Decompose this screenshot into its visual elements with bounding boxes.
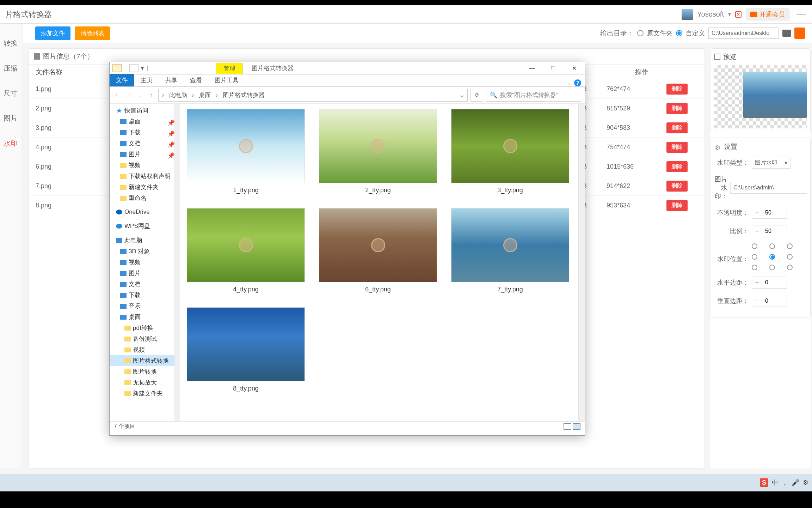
dropdown-icon[interactable]: ▾ (139, 64, 146, 72)
ime-settings-icon[interactable]: ⚙ (803, 479, 808, 486)
tree-rename[interactable]: 重命名 (110, 193, 174, 204)
delete-button[interactable]: 删除 (666, 200, 688, 211)
tree-backup[interactable]: 备份测试 (110, 333, 174, 344)
delete-button[interactable]: 删除 (666, 122, 688, 133)
collapse-ribbon-icon[interactable]: ⌵ (568, 80, 571, 86)
tree-downloads2[interactable]: 下载 (110, 290, 174, 301)
breadcrumb-item[interactable]: 图片格式转换器 (223, 91, 265, 99)
vmargin-input[interactable] (762, 295, 787, 307)
breadcrumb-item[interactable]: 此电脑 (169, 91, 187, 99)
forward-button[interactable]: → (124, 91, 133, 99)
delete-button[interactable]: 删除 (666, 103, 688, 114)
watermark-type-select[interactable]: 图片水印 ▾ (752, 157, 791, 169)
user-avatar[interactable] (682, 9, 693, 20)
file-item[interactable]: 3_tty.png (451, 109, 569, 194)
tree-imgconv[interactable]: 图片转换 (110, 366, 174, 377)
file-grid[interactable]: 1_tty.png 2_tty.png 3_tty.png 4_tty.png … (180, 104, 578, 421)
pos-mr[interactable] (787, 254, 793, 260)
pos-mc[interactable] (769, 254, 775, 260)
close-button[interactable]: ✕ (564, 62, 585, 75)
vip-button[interactable]: 开通会员 (746, 8, 789, 20)
folder-icon[interactable] (129, 64, 139, 72)
tree-rights[interactable]: 下载站权利声明 (110, 171, 174, 182)
tree-desktop2[interactable]: 桌面 (110, 312, 174, 322)
delete-button[interactable]: 删除 (666, 181, 688, 192)
chevron-down-icon[interactable]: ▾ (728, 11, 731, 18)
search-input[interactable]: 🔍 搜索"图片格式转换器" (486, 89, 581, 102)
watermark-img-input[interactable] (730, 182, 807, 194)
back-button[interactable]: ← (113, 91, 122, 99)
delete-button[interactable]: 删除 (666, 142, 688, 153)
tree-pictures2[interactable]: 图片 (110, 268, 174, 279)
pos-ml[interactable] (752, 254, 757, 260)
tree-music[interactable]: 音乐 (110, 301, 174, 312)
vmargin-dec[interactable]: − (752, 295, 762, 307)
badge-icon[interactable]: ✕ (735, 11, 742, 18)
sogou-ime-icon[interactable]: S (760, 478, 768, 487)
breadcrumb-item[interactable]: 桌面 (199, 91, 211, 99)
sidebar-convert[interactable]: 转换 (0, 31, 21, 56)
tree-pdfconv[interactable]: pdf转换 (110, 322, 174, 333)
sidebar-size[interactable]: 尺寸 (0, 81, 21, 106)
ratio-dec[interactable]: − (752, 225, 762, 237)
tab-share[interactable]: 共享 (159, 74, 184, 86)
minimize-button[interactable]: — (521, 62, 542, 75)
tab-view[interactable]: 查看 (184, 74, 208, 86)
tree-newfolder2[interactable]: 新建文件夹 (110, 388, 174, 399)
tree-onedrive[interactable]: OneDrive (110, 207, 174, 217)
tab-file[interactable]: 文件 (110, 74, 134, 86)
add-file-button[interactable]: 添加文件 (35, 26, 70, 40)
maximize-button[interactable]: ☐ (542, 62, 564, 75)
refresh-button[interactable]: ⟳ (470, 89, 483, 102)
radio-custom[interactable] (676, 30, 682, 36)
ime-mic-icon[interactable]: 🎤 (792, 479, 799, 486)
address-bar[interactable]: › 此电脑 › 桌面 › 图片格式转换器 ⌵ (158, 89, 468, 102)
tree-scrollbar[interactable] (175, 104, 180, 421)
tree-wps[interactable]: WPS网盘 (110, 220, 174, 231)
minimize-button[interactable]: — (794, 9, 808, 20)
tree-lossless[interactable]: 无损放大 (110, 377, 174, 388)
tree-3d[interactable]: 3D 对象 (110, 246, 174, 257)
chevron-down-icon[interactable]: ⌵ (460, 91, 464, 99)
tab-home[interactable]: 主页 (134, 74, 159, 86)
folder-tree[interactable]: 快速访问 桌面📌 下载📌 文档📌 图片📌 视频 下载站权利声明 新建文件夹 重命… (110, 104, 175, 421)
output-path-input[interactable] (708, 28, 779, 39)
tree-documents[interactable]: 文档📌 (110, 138, 174, 149)
folder-icon[interactable] (112, 64, 122, 72)
delete-button[interactable]: 删除 (666, 84, 688, 95)
tab-picture-tools[interactable]: 图片工具 (208, 74, 245, 86)
folder-browse-icon[interactable] (782, 30, 791, 37)
pos-br[interactable] (787, 265, 793, 270)
sidebar-compress[interactable]: 压缩 (0, 56, 21, 81)
tree-desktop[interactable]: 桌面📌 (110, 116, 174, 127)
tree-downloads[interactable]: 下载📌 (110, 127, 174, 138)
file-item[interactable]: 1_tty.png (187, 109, 305, 194)
history-dropdown[interactable]: ⌵ (136, 91, 144, 99)
sidebar-watermark[interactable]: 水印 (0, 131, 21, 156)
tree-newfolder[interactable]: 新建文件夹 (110, 182, 174, 193)
opacity-input[interactable] (762, 207, 787, 219)
file-item[interactable]: 2_tty.png (319, 109, 437, 194)
tree-documents2[interactable]: 文档 (110, 279, 174, 290)
tree-thispc[interactable]: 此电脑 (110, 235, 174, 246)
radio-original[interactable] (637, 30, 644, 36)
clear-list-button[interactable]: 清除列表 (75, 26, 110, 40)
sidebar-image[interactable]: 图片 (0, 106, 21, 131)
pos-bc[interactable] (769, 265, 775, 270)
hmargin-input[interactable] (762, 277, 787, 289)
ratio-input[interactable] (762, 225, 787, 237)
tree-pictures[interactable]: 图片📌 (110, 149, 174, 160)
delete-button[interactable]: 删除 (666, 161, 688, 172)
tree-videos2[interactable]: 视频 (110, 257, 174, 268)
file-item[interactable]: 4_tty.png (187, 208, 305, 293)
ime-punctuation-icon[interactable]: ， (782, 478, 788, 487)
pos-tc[interactable] (769, 243, 775, 249)
thumb-view-icon[interactable] (573, 423, 580, 430)
details-view-icon[interactable] (564, 423, 571, 430)
pos-tr[interactable] (787, 243, 793, 249)
file-item[interactable]: 7_tty.png (451, 208, 569, 293)
start-button[interactable] (794, 28, 805, 39)
hmargin-dec[interactable]: − (752, 277, 762, 289)
file-item[interactable]: 6_tty.png (319, 208, 437, 293)
tree-imgformat[interactable]: 图片格式转换 (110, 355, 174, 366)
